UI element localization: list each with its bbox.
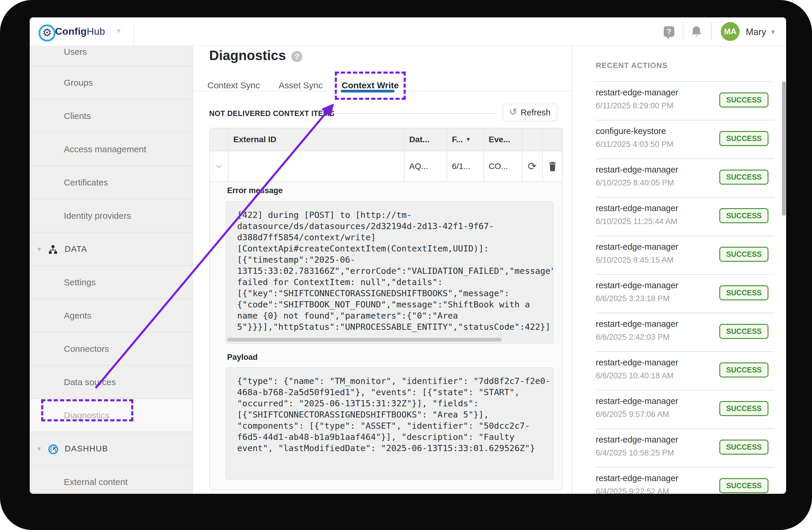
annotation-box-context-write-tab	[335, 72, 406, 100]
brand-section[interactable]: ⚙ ConfigHub ▾	[30, 17, 134, 46]
collapse-chevron-down-icon[interactable]: ▾	[38, 246, 41, 253]
sidebar-item-data-sources[interactable]: Data sources	[30, 366, 192, 399]
panel-divider	[571, 46, 572, 494]
sidebar-item-label: Identity providers	[64, 211, 131, 221]
sidebar-item-users[interactable]: Users	[30, 46, 192, 66]
sidebar-item-label: Agents	[64, 311, 91, 321]
status-badge: SUCCESS	[719, 208, 768, 223]
list-item[interactable]: restart-edge-manager6/10/2025 8:45:15 AM…	[596, 236, 774, 275]
delete-column-header	[543, 128, 562, 151]
sidebar-item-groups[interactable]: Groups	[30, 66, 192, 99]
column-header-label: Eve...	[489, 135, 510, 144]
horizontal-scrollbar[interactable]	[227, 338, 502, 341]
list-item[interactable]: restart-edge-manager6/6/2025 10:40:18 AM…	[596, 352, 774, 390]
payload-label: Payload	[227, 353, 258, 362]
sidebar-item-identity-providers[interactable]: Identity providers	[30, 199, 192, 233]
user-avatar[interactable]: MA	[721, 22, 740, 41]
list-item[interactable]: restart-edge-manager6/4/2025 10:58:25 PM…	[596, 429, 774, 468]
column-header-failed[interactable]: F...▼	[447, 128, 484, 151]
row-retry-button[interactable]: ⟳	[522, 151, 543, 181]
action-timestamp: 6/10/2025 8:45:15 AM	[596, 255, 673, 265]
list-item[interactable]: configure-keystore6/11/2025 4:03:50 PMSU…	[596, 121, 774, 159]
title-help-icon[interactable]: ?	[291, 51, 302, 62]
sidebar-item-clients[interactable]: Clients	[30, 99, 192, 133]
user-name[interactable]: Mary	[746, 27, 766, 38]
sidebar-item-label: Groups	[64, 78, 93, 88]
error-message-text: [422] during [POST] to [http://tm- datas…	[237, 209, 553, 332]
action-name: restart-edge-manager	[596, 358, 678, 367]
trash-icon	[548, 161, 557, 171]
gear-icon: ⚙	[42, 27, 52, 38]
column-header-data-source[interactable]: Dat...	[405, 128, 447, 151]
tab-asset-sync[interactable]: Asset Sync	[279, 80, 323, 90]
sidebar-item-label: Settings	[64, 277, 96, 288]
notifications-bell-icon[interactable]	[690, 25, 702, 39]
list-item[interactable]: restart-edge-manager6/11/2025 8:29:00 PM…	[596, 82, 774, 121]
action-timestamp: 6/10/2025 8:40:05 PM	[596, 179, 674, 187]
sidebar-item-agents[interactable]: Agents	[30, 299, 192, 332]
sort-desc-icon[interactable]: ▼	[466, 137, 471, 142]
status-badge: SUCCESS	[719, 324, 768, 339]
list-item[interactable]: restart-edge-manager6/6/2025 9:57:06 AMS…	[596, 390, 774, 429]
action-name: restart-edge-manager	[596, 204, 678, 213]
sidebar-item-external-content[interactable]: External content	[30, 465, 192, 494]
brand-chevron-down-icon[interactable]: ▾	[117, 26, 121, 35]
sidebar-item-settings[interactable]: Settings	[30, 266, 192, 299]
column-header-label: Dat...	[409, 135, 429, 144]
list-item[interactable]: restart-edge-manager6/10/2025 11:25:44 A…	[596, 198, 774, 236]
brand-name: ConfigHub	[55, 26, 105, 37]
list-item[interactable]: restart-edge-manager6/10/2025 8:40:05 PM…	[596, 159, 774, 198]
action-name: restart-edge-manager	[596, 281, 678, 290]
action-timestamp: 6/4/2025 9:22:52 AM	[596, 487, 669, 494]
error-message-box[interactable]: [422] during [POST] to [http://tm- datas…	[226, 201, 553, 344]
list-item[interactable]: restart-edge-manager6/6/2025 2:42:03 PMS…	[596, 313, 774, 352]
refresh-button[interactable]: ↺ Refresh	[503, 104, 557, 121]
list-item[interactable]: restart-edge-manager6/4/2025 9:22:52 AMS…	[596, 468, 774, 494]
user-menu-chevron-down-icon[interactable]: ▾	[771, 27, 775, 37]
sidebar-item-label: Data sources	[64, 377, 116, 387]
status-badge: SUCCESS	[719, 131, 768, 146]
status-badge: SUCCESS	[719, 247, 768, 262]
payload-box[interactable]: {"type": {"name": "TM_monitor", "identif…	[226, 367, 553, 480]
collapse-chevron-down-icon[interactable]: ▾	[38, 445, 41, 452]
help-icon[interactable]: ?	[664, 26, 674, 37]
screenshot-stage: ⚙ ConfigHub ▾ ? MA Mary ▾ Users Groups C…	[0, 0, 812, 530]
payload-text: {"type": {"name": "TM_monitor", "identif…	[237, 375, 553, 454]
action-timestamp: 6/6/2025 3:23:18 PM	[596, 294, 670, 303]
action-timestamp: 6/4/2025 10:58:25 PM	[596, 448, 674, 458]
action-name: restart-edge-manager	[596, 435, 678, 445]
error-message-label: Error message	[227, 186, 283, 195]
action-timestamp: 6/6/2025 2:42:03 PM	[596, 333, 670, 342]
row-expand-cell[interactable]	[210, 151, 229, 181]
column-header-event[interactable]: Eve...	[484, 128, 522, 151]
cell-external-id	[229, 151, 405, 181]
sidebar-item-certificates[interactable]: Certificates	[30, 166, 192, 199]
action-timestamp: 6/6/2025 9:57:06 AM	[596, 410, 669, 419]
action-timestamp: 6/11/2025 4:03:50 PM	[596, 140, 673, 149]
sidebar-item-label: Users	[64, 47, 87, 57]
sidebar-item-label: Clients	[64, 111, 91, 121]
header-divider	[711, 22, 712, 41]
sidebar-item-connectors[interactable]: Connectors	[30, 332, 192, 366]
expand-column-header	[210, 128, 229, 151]
vertical-scrollbar[interactable]	[782, 81, 786, 216]
recent-actions-heading: RECENT ACTIONS	[596, 61, 668, 70]
avatar-initials: MA	[724, 27, 736, 36]
table-row[interactable]: AQ... 6/1... CO... ⟳	[210, 151, 562, 182]
row-delete-button[interactable]	[543, 151, 562, 181]
column-header-external-id[interactable]: External ID	[229, 128, 405, 151]
sidebar-section-label: DATA	[65, 245, 87, 254]
sidebar-section-data[interactable]: ▾ DATA	[30, 233, 192, 266]
tab-context-sync[interactable]: Context Sync	[207, 80, 260, 90]
action-name: restart-edge-manager	[596, 242, 678, 252]
sidebar-section-label: DASHHUB	[65, 444, 108, 454]
action-name: restart-edge-manager	[596, 88, 678, 97]
list-item[interactable]: restart-edge-manager6/6/2025 3:23:18 PMS…	[596, 275, 774, 313]
confighub-app-window: ⚙ ConfigHub ▾ ? MA Mary ▾ Users Groups C…	[30, 17, 786, 494]
action-name: restart-edge-manager	[596, 165, 678, 175]
action-name: restart-edge-manager	[596, 319, 678, 329]
sidebar-item-access-management[interactable]: Access management	[30, 133, 192, 166]
action-name: configure-keystore	[596, 126, 666, 136]
column-header-label: F...	[452, 135, 463, 144]
sidebar-section-dashhub[interactable]: ▾ DASHHUB	[30, 432, 192, 465]
